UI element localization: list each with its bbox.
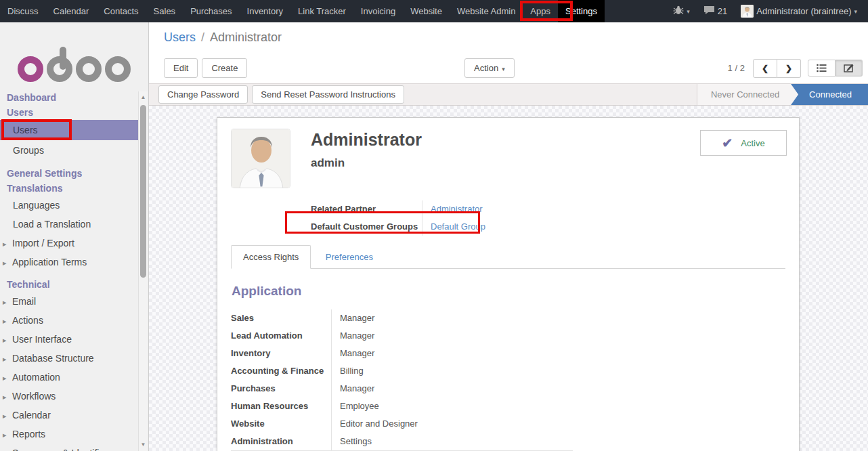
nav-item-website[interactable]: Website: [403, 0, 450, 22]
caret-down-icon: ▾: [854, 8, 857, 15]
action-dropdown-label: Action: [474, 63, 498, 73]
row-value: Employee: [331, 398, 573, 415]
action-dropdown-button[interactable]: Action▾: [464, 58, 515, 78]
nav-item-calendar[interactable]: Calendar: [46, 0, 97, 22]
row-value: Manager: [331, 327, 573, 345]
logo-letter-o: [76, 56, 102, 82]
default-group-link[interactable]: Default Group: [431, 221, 485, 232]
row-value: Billing: [331, 362, 573, 380]
sidebar-item-languages[interactable]: Languages: [0, 196, 148, 215]
caret-right-icon: ▸: [3, 368, 12, 387]
title-block: Administrator admin: [311, 129, 422, 188]
sidebar-item-load-a-translation[interactable]: Load a Translation: [0, 215, 148, 234]
table-row: AdministrationSettings: [231, 433, 573, 450]
form-sheet: Administrator admin ✔ Active Related Par…: [217, 117, 800, 451]
sidebar-item-label: User Interface: [12, 334, 72, 345]
change-password-button[interactable]: Change Password: [158, 85, 248, 104]
row-value: Manager: [331, 380, 573, 398]
sidebar-item-application-terms[interactable]: ▸Application Terms: [0, 253, 148, 272]
scrollbar-thumb[interactable]: [140, 105, 146, 278]
messages-button[interactable]: 21: [699, 0, 731, 22]
nav-item-settings[interactable]: Settings: [558, 0, 605, 22]
pager-previous-button[interactable]: ❮: [753, 59, 777, 78]
chat-bubble-icon: [703, 5, 715, 18]
table-row: Human ResourcesEmployee: [231, 398, 573, 415]
nav-item-sales[interactable]: Sales: [146, 0, 183, 22]
user-menu[interactable]: Administrator (braintree) ▾: [737, 0, 861, 22]
status-connected[interactable]: Connected: [790, 84, 868, 105]
sidebar-item-groups[interactable]: Groups: [0, 140, 148, 160]
related-partner-link[interactable]: Administrator: [431, 204, 483, 214]
sidebar-item-label: Actions: [12, 315, 43, 326]
caret-right-icon: ▸: [3, 349, 12, 368]
logo-letter-d: [47, 56, 72, 82]
nav-item-invoicing[interactable]: Invoicing: [353, 0, 403, 22]
sheet-header: Administrator admin ✔ Active: [231, 129, 785, 188]
send-reset-password-button[interactable]: Send Reset Password Instructions: [252, 85, 404, 104]
nav-item-discuss[interactable]: Discuss: [0, 0, 46, 22]
sidebar-item-database-structure[interactable]: ▸Database Structure: [0, 349, 148, 368]
row-value: Manager: [331, 345, 573, 362]
scroll-up-icon[interactable]: ▲: [139, 93, 148, 102]
list-view-button[interactable]: [808, 60, 836, 77]
row-value: Settings: [331, 433, 573, 450]
sidebar-item-user-interface[interactable]: ▸User Interface: [0, 330, 148, 349]
sidebar-heading-general-settings[interactable]: General Settings: [0, 166, 148, 181]
tab-access-rights[interactable]: Access Rights: [231, 245, 311, 269]
sidebar-item-automation[interactable]: ▸Automation: [0, 368, 148, 387]
nav-item-link-tracker[interactable]: Link Tracker: [290, 0, 353, 22]
active-toggle-button[interactable]: ✔ Active: [700, 130, 787, 156]
logo-letter-o: [105, 56, 131, 82]
caret-right-icon: ▸: [3, 387, 12, 406]
table-row: PurchasesManager: [231, 380, 573, 398]
sidebar-item-workflows[interactable]: ▸Workflows: [0, 387, 148, 406]
sidebar-item-import-export[interactable]: ▸Import / Export: [0, 234, 148, 253]
form-view-button[interactable]: [836, 60, 863, 77]
sidebar-heading-users[interactable]: Users: [0, 105, 148, 120]
pager-next-button[interactable]: ❯: [777, 59, 801, 78]
scroll-down-icon[interactable]: ▼: [139, 440, 148, 450]
row-label: Administration: [231, 433, 331, 450]
sidebar: Dashboard Users Users Groups General Set…: [0, 22, 149, 451]
status-never-connected[interactable]: Never Connected: [697, 84, 798, 105]
user-photo: [231, 129, 290, 188]
breadcrumb-users-link[interactable]: Users: [164, 30, 196, 45]
navbar-right-cluster: ▾ 21 Administrator (braintree) ▾: [669, 0, 868, 22]
sidebar-item-actions[interactable]: ▸Actions: [0, 311, 148, 330]
sidebar-item-email[interactable]: ▸Email: [0, 292, 148, 311]
sidebar-heading-translations[interactable]: Translations: [0, 181, 148, 196]
create-button[interactable]: Create: [202, 58, 247, 78]
form-content-area: Administrator admin ✔ Active Related Par…: [149, 106, 868, 451]
pager-counter: 1 / 2: [728, 63, 745, 73]
table-row: Accounting & FinanceBilling: [231, 362, 573, 380]
pager-and-views: 1 / 2 ❮ ❯: [728, 59, 863, 78]
notebook-tabs: Access Rights Preferences: [231, 245, 785, 269]
sidebar-item-calendar[interactable]: ▸Calendar: [0, 406, 148, 425]
chevron-right-icon: ❯: [785, 64, 792, 73]
sidebar-item-reports[interactable]: ▸Reports: [0, 425, 148, 444]
chevron-left-icon: ❮: [762, 64, 768, 73]
sidebar-item-label: Workflows: [12, 391, 56, 402]
sidebar-item-label: Import / Export: [12, 238, 74, 249]
sidebar-heading-technical[interactable]: Technical: [0, 277, 148, 292]
nav-item-website-admin[interactable]: Website Admin: [450, 0, 523, 22]
sidebar-item-users[interactable]: Users: [0, 120, 139, 140]
tab-preferences[interactable]: Preferences: [314, 246, 385, 268]
odoo-logo: [0, 22, 148, 90]
edit-button[interactable]: Edit: [164, 58, 198, 78]
nav-item-apps[interactable]: Apps: [523, 0, 558, 22]
list-icon: [817, 64, 827, 72]
form-toolbar: Edit Create Action▾ 1 / 2 ❮ ❯: [149, 53, 868, 83]
row-label: Lead Automation: [231, 327, 331, 345]
odoo-app-window: Discuss Calendar Contacts Sales Purchase…: [0, 0, 868, 451]
bug-icon: [673, 5, 684, 18]
sidebar-item-sequences-identifiers[interactable]: ▸Sequences & Identifiers: [0, 444, 148, 451]
nav-item-inventory[interactable]: Inventory: [240, 0, 290, 22]
nav-item-contacts[interactable]: Contacts: [96, 0, 146, 22]
nav-item-purchases[interactable]: Purchases: [183, 0, 239, 22]
sidebar-item-dashboard[interactable]: Dashboard: [0, 90, 148, 105]
debug-menu-button[interactable]: ▾: [669, 0, 694, 22]
row-label: Sales: [231, 309, 331, 327]
login-statusbar: Never Connected Connected: [697, 84, 868, 105]
breadcrumb-current: Administrator: [210, 30, 282, 45]
